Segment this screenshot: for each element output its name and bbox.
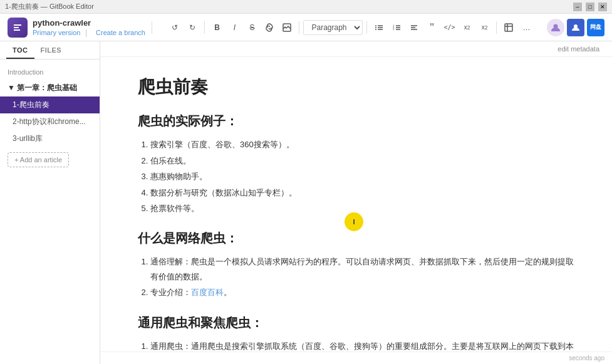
network-icon: 网盘 [587,19,604,36]
svg-point-2 [375,27,376,28]
list-item: 专业介绍：百度百科。 [150,285,574,299]
sidebar-content: Introduction ▼ 第一章：爬虫基础 1-爬虫前奏 2-http协议和… [0,60,100,364]
section1-list: 搜索引擎（百度、谷歌、360搜索等）。 伯乐在线。 惠惠购物助手。 数据分析与研… [150,137,574,216]
section2-list: 通俗理解：爬虫是一个模拟人员请求网站行为的程序。可以自动请求网页、并数据抓取下来… [150,254,574,299]
maximize-button[interactable]: □ [586,3,594,11]
sidebar-item-1[interactable]: 1-爬虫前奏 [0,96,100,113]
list-item: 惠惠购物助手。 [150,169,574,184]
doc-title: 爬虫前奏 [138,76,574,98]
toolbar-center: ↺ ↻ B I S Paragraph Heading 1 Heading 2 … [158,19,543,36]
toolbar-divider-2 [204,21,205,34]
user-avatar-blue [567,19,584,36]
tab-files[interactable]: FILES [34,41,68,59]
close-button[interactable]: ✕ [598,3,607,11]
content-footer: seconds ago [100,351,612,364]
italic-button[interactable]: I [226,19,242,36]
section2-heading: 什么是网络爬虫： [138,229,574,247]
project-version[interactable]: Primary version [33,29,80,36]
superscript-button[interactable]: x2 [476,19,492,36]
list-item: 搜索引擎（百度、谷歌、360搜索等）。 [150,137,574,152]
project-info: python-crawler Primary version | Create … [33,18,145,37]
create-branch-link[interactable]: Create a branch [96,29,145,36]
list-item: 通俗理解：爬虫是一个模拟人员请求网站行为的程序。可以自动请求网页、并数据抓取下来… [150,254,574,284]
image-button[interactable] [279,19,295,36]
undo-button[interactable]: ↺ [167,19,183,36]
subscript-button[interactable]: x2 [459,19,475,36]
toolbar-divider-1 [152,21,152,34]
minimize-button[interactable]: – [573,3,582,11]
tab-toc[interactable]: TOC [6,41,34,59]
toolbar-left: python-crawler Primary version | Create … [8,18,145,38]
bold-button[interactable]: B [209,19,225,36]
edit-metadata-button[interactable]: edit metadata [558,45,599,53]
save-time: seconds ago [569,355,604,361]
sidebar-chapter-1[interactable]: ▼ 第一章：爬虫基础 [0,80,100,96]
svg-point-3 [375,29,376,30]
sidebar: TOC FILES Introduction ▼ 第一章：爬虫基础 1-爬虫前奏… [0,41,100,364]
window-controls: – □ ✕ [573,3,607,11]
ul-button[interactable] [371,19,387,36]
outdent-button[interactable] [406,19,422,36]
project-name: python-crawler [33,18,145,28]
svg-point-1 [375,25,376,26]
link-button[interactable] [261,19,277,36]
sidebar-tabs: TOC FILES [0,41,100,60]
baidu-baike-link[interactable]: 百度百科 [191,288,224,297]
svg-text:3.: 3. [393,28,395,31]
list-item: 抢票软件等。 [150,201,574,216]
code-button[interactable]: </> [441,19,457,36]
content-header: edit metadata [100,41,612,57]
list-item: 数据分析与研究（数据冰山知乎专栏）。 [150,185,574,200]
table-button[interactable] [500,19,517,36]
strikethrough-button[interactable]: S [244,19,260,36]
toolbar-right: 网盘 [547,19,604,36]
blockquote-button[interactable]: " [423,19,440,36]
app-logo [8,18,28,38]
redo-button[interactable]: ↻ [184,19,200,36]
toolbar-divider-4 [366,21,367,34]
sidebar-item-3[interactable]: 3-urllib库 [0,130,100,147]
window-title: 1-爬虫前奏 — GitBook Editor [5,2,94,11]
add-article-button[interactable]: + Add an article [8,152,69,167]
section1-heading: 爬虫的实际例子： [138,112,574,130]
paragraph-select[interactable]: Paragraph Heading 1 Heading 2 Heading 3 [303,20,363,35]
cursor-indicator: I [345,212,363,231]
main-layout: TOC FILES Introduction ▼ 第一章：爬虫基础 1-爬虫前奏… [0,41,612,364]
list-item: 伯乐在线。 [150,153,574,168]
more-button[interactable]: … [518,19,534,36]
svg-rect-7 [505,24,512,31]
ol-button[interactable]: 1.2.3. [388,19,405,36]
list-item: 通用爬虫：通用爬虫是搜索引擎抓取系统（百度、谷歌、搜狗等）的重要组成部分。主要是… [150,339,574,351]
section3-heading: 通用爬虫和聚焦爬虫： [138,314,574,331]
toolbar-divider-5 [496,21,497,34]
section3-list: 通用爬虫：通用爬虫是搜索引擎抓取系统（百度、谷歌、搜狗等）的重要组成部分。主要是… [150,339,574,351]
sidebar-item-2[interactable]: 2-http协议和chrome... [0,113,100,130]
content-editor[interactable]: 爬虫前奏 爬虫的实际例子： 搜索引擎（百度、谷歌、360搜索等）。 伯乐在线。 … [100,57,612,351]
sidebar-intro-section: Introduction [0,65,100,80]
toolbar-divider-3 [299,21,299,34]
main-toolbar: python-crawler Primary version | Create … [0,14,612,41]
title-bar: 1-爬虫前奏 — GitBook Editor – □ ✕ [0,0,612,14]
content-area: edit metadata 爬虫前奏 爬虫的实际例子： 搜索引擎（百度、谷歌、3… [100,41,612,364]
user-avatar [547,19,564,36]
